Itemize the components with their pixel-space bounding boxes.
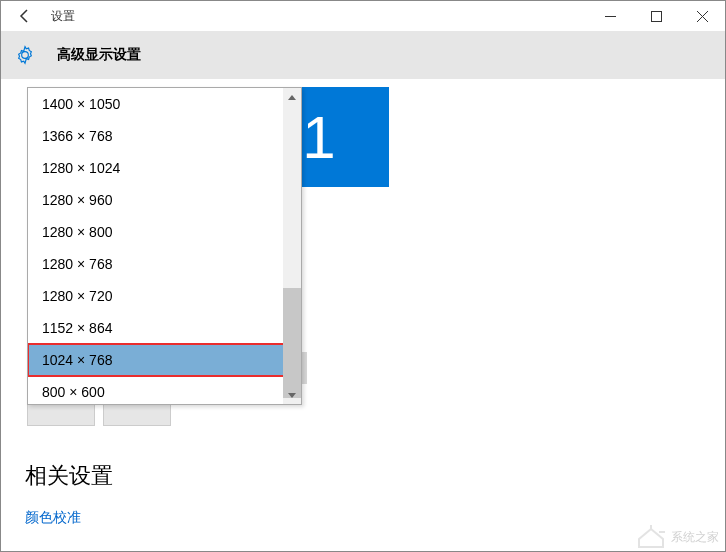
color-calibration-link[interactable]: 颜色校准: [25, 509, 113, 527]
dropdown-scrollbar[interactable]: [283, 88, 301, 404]
gear-icon: [15, 45, 35, 65]
titlebar: 设置: [1, 1, 725, 31]
resolution-option[interactable]: 1152 × 864: [28, 312, 301, 344]
window-title: 设置: [51, 8, 75, 25]
resolution-option[interactable]: 1400 × 1050: [28, 88, 301, 120]
scroll-up-arrow[interactable]: [283, 88, 301, 106]
house-icon: [635, 525, 667, 549]
watermark: 系统之家: [635, 525, 719, 549]
maximize-icon: [651, 11, 662, 22]
scroll-down-arrow[interactable]: [283, 386, 301, 404]
minimize-button[interactable]: [587, 1, 633, 31]
scrollbar-thumb[interactable]: [283, 288, 301, 398]
chevron-down-icon: [288, 393, 296, 398]
resolution-dropdown: 1400 × 10501366 × 7681280 × 10241280 × 9…: [27, 87, 302, 405]
resolution-option[interactable]: 1280 × 1024: [28, 152, 301, 184]
resolution-option[interactable]: 1280 × 800: [28, 216, 301, 248]
related-settings-section: 相关设置 颜色校准: [25, 461, 113, 527]
resolution-option[interactable]: 1280 × 768: [28, 248, 301, 280]
back-button[interactable]: [1, 1, 49, 31]
page-header: 高级显示设置: [1, 31, 725, 79]
content-area: 1 1400 × 10501366 × 7681280 × 10241280 ×…: [1, 79, 725, 551]
resolution-option[interactable]: 1280 × 960: [28, 184, 301, 216]
close-button[interactable]: [679, 1, 725, 31]
page-title: 高级显示设置: [57, 46, 141, 64]
svg-rect-1: [651, 11, 661, 21]
maximize-button[interactable]: [633, 1, 679, 31]
close-icon: [697, 11, 708, 22]
resolution-option[interactable]: 1280 × 720: [28, 280, 301, 312]
related-settings-title: 相关设置: [25, 461, 113, 491]
resolution-option[interactable]: 1024 × 768: [28, 344, 301, 376]
resolution-option[interactable]: 1366 × 768: [28, 120, 301, 152]
watermark-text: 系统之家: [671, 529, 719, 546]
arrow-left-icon: [17, 8, 33, 24]
chevron-up-icon: [288, 95, 296, 100]
dropdown-list: 1400 × 10501366 × 7681280 × 10241280 × 9…: [28, 88, 301, 404]
minimize-icon: [605, 11, 616, 22]
resolution-option[interactable]: 800 × 600: [28, 376, 301, 404]
window-controls: [587, 1, 725, 31]
monitor-number: 1: [302, 103, 335, 172]
